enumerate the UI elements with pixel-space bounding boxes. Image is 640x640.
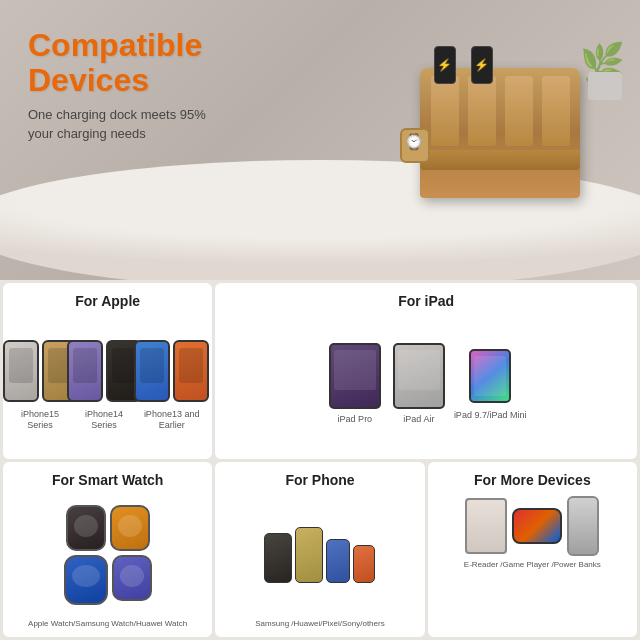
ereader-shape [465,498,507,554]
game-controller-shape [512,508,562,544]
card-more: For More Devices E-Reader /Game Player /… [428,462,637,638]
more-label: E-Reader /Game Player /Power Banks [464,560,601,570]
phone-label: Samsung /Huawei/Pixel/Sony/others [255,619,384,629]
card-more-title: For More Devices [474,472,591,488]
card-ipad-title: For iPad [398,293,454,309]
iphone15-image [11,337,69,405]
iphone15-item: iPhone15 Series [11,337,69,431]
ipad-mini-label: iPad 9.7/iPad Mini [454,410,527,421]
card-phone: For Phone Samsung /Huawei/Pixel/Sony/oth… [215,462,424,638]
phone-blue [326,539,350,583]
watch-blue [64,555,108,605]
watch-orange [110,505,150,551]
ipad-air-label: iPad Air [403,414,434,425]
card-apple: For Apple iPhone15 Series [3,283,212,459]
watch-black2 [112,555,152,601]
card-smartwatch: For Smart Watch Apple Watch/Samsung Watc… [3,462,212,638]
hero-text-block: Compatible Devices One charging dock mee… [28,28,206,143]
page-container: Compatible Devices One charging dock mee… [0,0,640,640]
ipad-pro-image [326,342,384,410]
cards-grid: For Apple iPhone15 Series [0,280,640,640]
ipad-mini-item: iPad 9.7/iPad Mini [454,346,527,421]
iphone14-image [75,337,133,405]
card-apple-title: For Apple [75,293,140,309]
charging-dock-visual [400,18,600,248]
ipad-pro-item: iPad Pro [326,342,384,425]
card-apple-images: iPhone15 Series iPhone14 Series [11,317,204,451]
iphone13-image [143,337,201,405]
ipad-air-item: iPad Air [390,342,448,425]
watch-black [66,505,106,551]
ipad-mini-image [468,346,512,406]
ipad-air-image [390,342,448,410]
card-ipad: For iPad iPad Pro iPad Air [215,283,637,459]
ipad-pro-label: iPad Pro [338,414,373,425]
card-phone-title: For Phone [285,472,354,488]
card-smartwatch-title: For Smart Watch [52,472,164,488]
phone-gold [295,527,323,583]
hero-title: Compatible Devices [28,28,206,98]
iphone15-label: iPhone15 Series [11,409,69,431]
card-phone-images [264,496,375,616]
hero-subtitle: One charging dock meets 95% your chargin… [28,106,206,142]
smartwatch-label: Apple Watch/Samsung Watch/Huawei Watch [28,619,187,629]
card-more-images [465,496,599,556]
iphone14-label: iPhone14 Series [75,409,133,431]
iphone13-label: iPhone13 and Earlier [139,409,204,431]
card-smartwatch-images [64,496,152,616]
phone-dark2 [353,545,375,583]
power-bank-shape [567,496,599,556]
iphone14-item: iPhone14 Series [75,337,133,431]
iphone13-item: iPhone13 and Earlier [139,337,204,431]
card-ipad-images: iPad Pro iPad Air iPad 9.7/iPad Mini [326,317,527,451]
plant-decoration: 🌿 [580,20,630,100]
phone-dark [264,533,292,583]
